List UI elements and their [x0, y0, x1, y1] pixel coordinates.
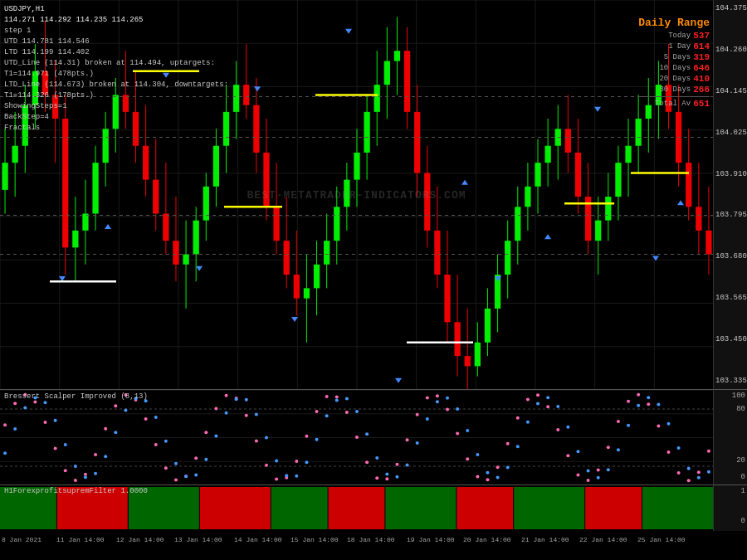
oscillator-axis: 100 80 20 0 — [714, 390, 747, 485]
range-value-10days: 646 — [693, 63, 710, 73]
range-label-20days: 20 Days — [659, 75, 691, 83]
range-label-5days: 5 Days — [664, 53, 691, 61]
range-label-10days: 10 Days — [659, 64, 691, 72]
osc-level-0: 0 — [741, 473, 745, 481]
range-value-today: 537 — [693, 31, 710, 41]
time-axis: 8 Jan 202111 Jan 14:0012 Jan 14:0013 Jan… — [0, 531, 714, 548]
time-label: 22 Jan 14:00 — [579, 536, 627, 543]
time-label: 14 Jan 14:00 — [234, 536, 282, 543]
price-label: 103.335 — [715, 377, 745, 385]
osc-level-100: 100 — [732, 392, 745, 400]
range-row-10days: 10 Days 646 — [638, 63, 710, 73]
time-label: 8 Jan 2021 — [2, 536, 42, 543]
filter-axis: 1 0 — [714, 485, 747, 531]
daily-range-title: Daily Range — [638, 17, 710, 29]
price-label: 104.375 — [715, 4, 745, 12]
price-axis: 104.375104.260104.145104.025103.910103.7… — [714, 0, 747, 390]
range-value-30days: 266 — [693, 85, 710, 95]
step-info: step 1 — [4, 26, 228, 37]
ltd-line-info: LTD_Line (114.673) broken at 114.304, do… — [4, 80, 228, 90]
chart-container: BEST-METATRADER-INDICATORS.COM 104.37510… — [0, 0, 747, 560]
watermark: BEST-METATRADER-INDICATORS.COM — [247, 188, 466, 201]
ltd-info: LTD 114.199 114.402 — [4, 47, 228, 58]
utd-line-info: UTD_Line (114.31) broken at 114.494, upt… — [4, 58, 228, 69]
range-value-total: 651 — [693, 99, 710, 109]
range-row-30days: 30 Days 266 — [638, 85, 710, 95]
t1-dn-info: T1=114.326 (178pts.) — [4, 90, 228, 101]
price-label: 104.145 — [715, 87, 745, 95]
range-row-5days: 5 Days 319 — [638, 52, 710, 62]
range-row-20days: 20 Days 410 — [638, 74, 710, 84]
price-label: 103.565 — [715, 294, 745, 302]
range-row-total: Total Av 651 — [638, 99, 710, 109]
time-label: 13 Jan 14:00 — [174, 536, 222, 543]
filter-level-1: 1 — [741, 487, 745, 495]
price-label: 103.450 — [715, 335, 745, 343]
filter-label: H1ForexprofitsupremFilter 1.0000 — [4, 487, 148, 495]
range-label-total: Total Av — [655, 100, 691, 108]
time-label: 18 Jan 14:00 — [347, 536, 395, 543]
backstep: BackStep=4 — [4, 112, 228, 123]
price-label: 104.260 — [715, 46, 745, 54]
oscillator-canvas — [0, 390, 714, 485]
utd-info: UTD 114.781 114.546 — [4, 37, 228, 47]
t1-up-info: T1=114.971 (478pts.) — [4, 69, 228, 80]
time-label: 25 Jan 14:00 — [637, 536, 686, 543]
filter-level-0: 0 — [741, 517, 745, 525]
ohlc-values: 114.271 114.292 114.235 114.265 — [4, 15, 228, 26]
time-label: 20 Jan 14:00 — [463, 536, 511, 543]
range-row-today: Today 537 — [638, 31, 710, 41]
daily-range-panel: Daily Range Today 537 1 Day 614 5 Days 3… — [638, 17, 710, 110]
oscillator-label: Bressert Scalper Improved (8,13) — [4, 392, 148, 401]
range-row-1day: 1 Day 614 — [638, 41, 710, 51]
osc-level-20: 20 — [736, 456, 745, 465]
time-label: 19 Jan 14:00 — [407, 536, 455, 543]
time-label: 11 Jan 14:00 — [56, 536, 105, 543]
symbol-ohlc: USDJPY,H1 — [4, 4, 228, 15]
price-label: 103.680 — [715, 252, 745, 261]
range-value-5days: 319 — [693, 52, 710, 62]
showing-steps: ShowingSteps=1 — [4, 101, 228, 112]
range-value-1day: 614 — [693, 41, 710, 51]
range-value-20days: 410 — [693, 74, 710, 84]
range-label-today: Today — [668, 32, 691, 40]
fractals-label: Fractals — [4, 123, 228, 134]
price-label: 103.910 — [715, 170, 745, 178]
price-label: 103.795 — [715, 211, 745, 219]
range-label-1day: 1 Day — [668, 42, 691, 51]
range-label-30days: 30 Days — [659, 85, 691, 94]
time-label: 12 Jan 14:00 — [116, 536, 164, 543]
chart-info: USDJPY,H1 114.271 114.292 114.235 114.26… — [4, 4, 228, 134]
osc-level-80: 80 — [736, 405, 745, 413]
price-label: 104.025 — [715, 129, 745, 137]
oscillator-panel — [0, 390, 714, 485]
time-label: 21 Jan 14:00 — [521, 536, 569, 543]
time-label: 15 Jan 14:00 — [290, 536, 339, 543]
